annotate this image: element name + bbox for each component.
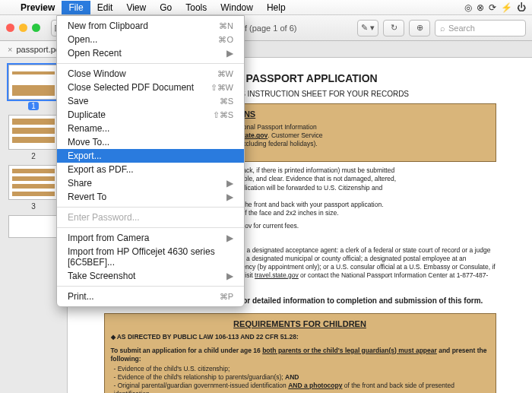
menu-separator [57, 207, 244, 208]
t: To submit an application for a child und… [111, 347, 263, 354]
menu-item[interactable]: Close Window⌘W [57, 67, 244, 81]
menu-item-label: Open... [68, 34, 97, 45]
thumb-4[interactable] [8, 215, 59, 238]
menu-item[interactable]: Duplicate⇧⌘S [57, 108, 244, 122]
t: AND [285, 373, 299, 381]
t: Evidence of the child's relationship to … [118, 373, 285, 381]
t: both parents or the child's legal guardi… [262, 347, 437, 354]
menu-item-label: Print... [68, 291, 94, 302]
menu-item-label: New from Clipboard [68, 21, 148, 31]
menu-item[interactable]: Open...⌘O [57, 33, 244, 46]
highlight-button[interactable]: ✎ ▾ [357, 20, 378, 36]
mb-help[interactable]: Help [260, 1, 293, 14]
menu-item-label: Duplicate [68, 109, 106, 120]
menu-item[interactable]: New from Clipboard⌘N [57, 19, 244, 33]
menu-separator [57, 227, 244, 228]
children-box: REQUIREMENTS FOR CHILDREN AS DIRECTED BY… [104, 313, 496, 393]
shortcut: ⇧⌘W [211, 83, 233, 93]
menu-item[interactable]: Close Selected PDF Document⇧⌘W [57, 81, 244, 94]
submenu-arrow-icon: ▶ [226, 233, 233, 243]
link: travel.state.gov [255, 271, 299, 279]
close-icon[interactable]: × [8, 45, 12, 54]
menu-separator [57, 286, 244, 287]
menu-item[interactable]: Export as PDF... [57, 163, 244, 176]
search-icon: ⌕ [440, 24, 445, 33]
menu-item-label: Save [68, 96, 88, 106]
law-line: AS DIRECTED BY PUBLIC LAW 106-113 AND 22… [111, 333, 489, 341]
mb-tools[interactable]: Tools [179, 1, 214, 14]
status-icon[interactable]: ⏻ [517, 2, 526, 13]
thumb-3[interactable] [8, 165, 59, 200]
list-item: Evidence of the child's U.S. citizenship… [114, 365, 489, 373]
menu-item-label: Import from Camera [68, 233, 149, 243]
menu-item-label: Close Selected PDF Document [68, 82, 194, 93]
list-item: Evidence of the child's relationship to … [114, 373, 489, 382]
menu-item-label: Enter Password... [68, 212, 140, 223]
t: AND a photocopy [288, 382, 342, 389]
window-controls [6, 24, 40, 32]
menu-item-label: Open Recent [68, 48, 122, 59]
file-menu-dropdown: New from Clipboard⌘NOpen...⌘OOpen Recent… [56, 15, 245, 307]
menu-item[interactable]: Export... [57, 149, 244, 163]
shortcut: ⌘N [219, 21, 233, 31]
children-heading: REQUIREMENTS FOR CHILDREN [111, 319, 489, 330]
menu-item[interactable]: Import from HP Officejet 4630 series [6C… [57, 245, 244, 269]
markup-button[interactable]: ⊕ [409, 20, 430, 36]
menu-item-label: Move To... [68, 137, 109, 147]
t: of the front and back with your passport… [234, 201, 384, 208]
shortcut: ⌘P [220, 292, 233, 302]
shortcut: ⌘S [220, 97, 233, 106]
menu-item[interactable]: Save⌘S [57, 94, 244, 108]
zoom-icon[interactable] [32, 24, 40, 32]
menu-item-label: Take Screenshot [68, 271, 135, 281]
thumb-2[interactable] [8, 115, 59, 150]
submenu-arrow-icon: ▶ [226, 192, 233, 202]
mb-view[interactable]: View [119, 1, 153, 14]
menu-item[interactable]: Import from Camera▶ [57, 231, 244, 245]
menu-item[interactable]: Revert To▶ [57, 190, 244, 204]
menu-item[interactable]: Share▶ [57, 176, 244, 190]
shortcut: ⌘O [218, 35, 233, 45]
submenu-arrow-icon: ▶ [226, 271, 233, 281]
mb-status: ◎ ⊗ ⟳ ⚡ ⏻ [464, 2, 526, 13]
minimize-icon[interactable] [19, 24, 27, 32]
menu-item-label: Close Window [68, 68, 126, 79]
menu-item[interactable]: Print...⌘P [57, 290, 244, 303]
rotate-button[interactable]: ↻ [383, 20, 404, 36]
list-item: Original parental/guardian government-is… [114, 382, 489, 393]
menu-item-label: Export... [68, 151, 102, 161]
status-icon[interactable]: ◎ [464, 2, 472, 13]
menu-item[interactable]: Move To... [57, 135, 244, 149]
menu-item[interactable]: Rename... [57, 122, 244, 135]
thumb-num-1: 1 [28, 102, 39, 110]
submenu-arrow-icon: ▶ [226, 48, 233, 59]
menu-item-label: Revert To [68, 192, 106, 202]
menu-item-label: Import from HP Officejet 4630 series [6C… [68, 246, 233, 268]
menu-separator [57, 63, 244, 64]
menubar: Preview File Edit View Go Tools Window H… [0, 0, 532, 15]
close-icon[interactable] [6, 24, 14, 32]
status-icon[interactable]: ⚡ [501, 2, 512, 13]
menu-item-label: Share [68, 178, 92, 189]
thumb-1[interactable] [8, 65, 59, 100]
submenu-arrow-icon: ▶ [226, 178, 233, 189]
t: Original parental/guardian government-is… [118, 382, 288, 389]
menu-item: Enter Password... [57, 211, 244, 224]
mb-go[interactable]: Go [153, 1, 179, 14]
mb-edit[interactable]: Edit [90, 1, 120, 14]
mb-window[interactable]: Window [214, 1, 260, 14]
mb-app[interactable]: Preview [14, 1, 62, 14]
tab-label: passport.pdf [16, 45, 62, 54]
status-icon[interactable]: ⟳ [489, 2, 496, 13]
menu-item-label: Rename... [68, 123, 109, 134]
menu-item[interactable]: Take Screenshot▶ [57, 269, 244, 283]
req-list: Evidence of the child's U.S. citizenship… [111, 365, 489, 393]
status-icon[interactable]: ⊗ [477, 2, 484, 13]
search-input[interactable]: ⌕ Search [435, 20, 526, 36]
shortcut: ⌘W [217, 69, 233, 79]
t: . Customer Service [268, 132, 322, 139]
menu-item[interactable]: Open Recent▶ [57, 46, 244, 60]
mb-file[interactable]: File [62, 1, 90, 14]
menu-item-label: Export as PDF... [68, 164, 134, 175]
shortcut: ⇧⌘S [213, 110, 233, 120]
